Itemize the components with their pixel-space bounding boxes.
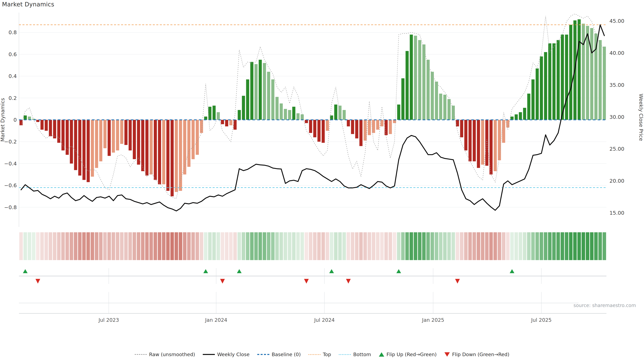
heat-cell	[418, 232, 422, 260]
flip-down-marker-icon	[36, 279, 40, 284]
flip-down-marker-icon	[455, 279, 460, 284]
heat-cell	[351, 232, 354, 260]
dynamics-bar	[565, 34, 568, 120]
dynamics-bar	[490, 120, 493, 174]
dynamics-bar	[410, 34, 413, 120]
legend-label: Raw (unsmoothed)	[149, 352, 195, 357]
dynamics-bar	[523, 108, 526, 120]
dynamics-bar	[452, 106, 455, 120]
heat-cell	[368, 232, 371, 260]
legend-item: Flip Down (Green→Red)	[444, 352, 510, 357]
heat-cell	[460, 232, 464, 260]
heat-cell	[359, 232, 363, 260]
flip-up-marker-icon	[510, 269, 514, 273]
heat-cell	[527, 232, 531, 260]
legend-item: Flip Up (Red→Green)	[379, 352, 437, 357]
dynamics-bar	[120, 120, 124, 144]
dynamics-bar	[364, 120, 367, 141]
dynamics-bar	[426, 60, 430, 120]
heat-cell	[506, 232, 510, 260]
x-date-label: Jul 2025	[531, 317, 552, 323]
dynamics-bar	[99, 120, 102, 161]
dynamics-bar	[406, 51, 409, 120]
dynamics-bar	[187, 120, 190, 167]
dynamics-bar	[212, 106, 216, 120]
heat-cell	[187, 232, 191, 260]
heat-cell	[120, 232, 124, 260]
heat-cell	[137, 232, 140, 260]
svg-text:−0.6: −0.6	[4, 182, 17, 188]
dynamics-bar	[280, 103, 283, 120]
heat-cell	[388, 232, 392, 260]
dynamics-bar	[296, 113, 300, 120]
flip-up-marker-icon	[396, 269, 401, 273]
dynamics-bar	[548, 43, 552, 120]
heat-cell	[447, 232, 451, 260]
heat-cell	[128, 232, 132, 260]
heat-cell	[364, 232, 367, 260]
flip-down-marker-icon	[304, 279, 309, 284]
dynamics-bar	[401, 78, 404, 120]
dynamics-bar	[473, 120, 476, 161]
heat-cell	[536, 232, 539, 260]
market-dynamics-dashboard: Market Dynamics 0.80.60.40.20−0.2−0.4−0.…	[0, 0, 644, 362]
svg-text:0.4: 0.4	[8, 73, 17, 79]
heat-cell	[238, 232, 241, 260]
dynamics-bar	[347, 120, 350, 126]
dynamics-bar	[146, 120, 148, 176]
heat-cell	[145, 232, 149, 260]
dynamics-bar	[95, 120, 98, 168]
heat-cell	[372, 232, 375, 260]
heat-cell	[401, 232, 405, 260]
dynamics-bar	[556, 40, 560, 120]
heat-cell	[586, 232, 589, 260]
dynamics-bar	[422, 44, 426, 120]
dynamics-bar	[494, 120, 497, 171]
dynamics-bar	[28, 116, 31, 120]
dynamics-bar	[301, 114, 304, 120]
dynamics-bar	[158, 120, 161, 184]
dynamics-bar	[515, 114, 518, 120]
svg-text:15.00: 15.00	[610, 210, 624, 216]
heat-cell	[439, 232, 442, 260]
heat-cell	[481, 232, 484, 260]
heat-cell	[380, 232, 384, 260]
heat-cell	[229, 232, 232, 260]
heat-cell	[422, 232, 426, 260]
dynamics-bar	[20, 120, 23, 125]
heat-cell	[578, 232, 581, 260]
heat-cell	[342, 232, 346, 260]
heat-cell	[393, 232, 396, 260]
dynamics-bar	[334, 105, 338, 120]
dynamics-bar	[598, 40, 602, 120]
heat-cell	[502, 232, 505, 260]
heat-cell	[531, 232, 535, 260]
dynamics-bar	[175, 120, 178, 192]
dynamics-bar	[527, 94, 530, 120]
heat-cell	[376, 232, 380, 260]
dynamics-bar	[397, 105, 400, 120]
heat-cell	[24, 232, 27, 260]
x-date-label: Jul 2023	[98, 317, 119, 323]
heat-cell	[66, 232, 69, 260]
svg-text:0: 0	[14, 117, 17, 123]
dynamics-bar	[78, 120, 82, 176]
dynamics-bar	[318, 120, 321, 142]
heat-cell	[116, 232, 120, 260]
source-label: source: sharemaestro.com	[574, 303, 636, 308]
heat-cell	[95, 232, 98, 260]
heat-cell	[208, 232, 212, 260]
heat-cell	[141, 232, 144, 260]
dynamics-bar	[225, 120, 228, 126]
dynamics-bar	[238, 110, 241, 120]
dynamics-bar	[439, 94, 442, 120]
dynamics-bar	[154, 120, 157, 180]
dynamics-bar	[338, 106, 342, 120]
dynamics-bar	[40, 120, 44, 130]
flip-up-triangle-icon	[379, 352, 384, 357]
heat-cell	[254, 232, 258, 260]
heat-cell	[221, 232, 224, 260]
heat-cell	[212, 232, 216, 260]
dynamics-bar	[258, 60, 262, 120]
heat-cell	[544, 232, 548, 260]
